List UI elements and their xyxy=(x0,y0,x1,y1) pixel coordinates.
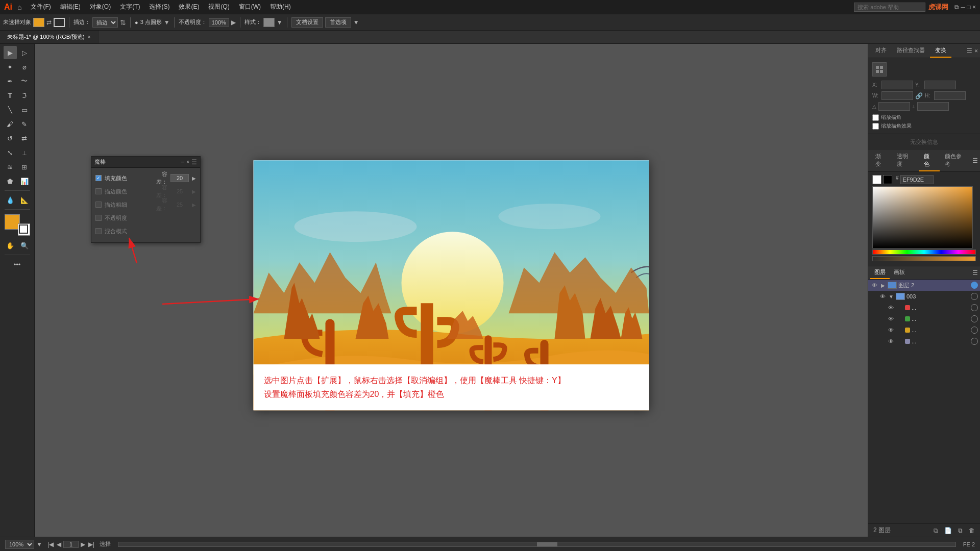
grid-icon[interactable] xyxy=(872,62,887,77)
stroke-color-checkbox[interactable] xyxy=(95,188,102,194)
tab-close-button[interactable]: × xyxy=(88,34,91,40)
eyedropper-tool[interactable]: 💧 xyxy=(4,193,17,207)
sub2-target[interactable] xyxy=(971,315,978,322)
right-panel-close[interactable]: × xyxy=(974,47,978,55)
shape-builder-tool[interactable]: ⬟ xyxy=(4,174,17,188)
hue-bar[interactable] xyxy=(872,249,976,255)
menu-effect[interactable]: 效果(E) xyxy=(175,2,203,12)
measure-tool[interactable]: 📐 xyxy=(18,193,31,207)
fill-stroke-icon[interactable]: ⇄ xyxy=(46,19,52,26)
page-input[interactable] xyxy=(63,541,79,548)
color-panel-menu[interactable]: ☰ xyxy=(972,157,978,164)
style-dropdown[interactable]: ▼ xyxy=(277,19,283,26)
layer-row-003[interactable]: 👁 ▼ 003 xyxy=(868,291,980,302)
fill-tolerance-input[interactable] xyxy=(170,174,189,182)
stroke-swatch[interactable] xyxy=(54,18,65,27)
tab-transparency[interactable]: 透明度 xyxy=(892,150,919,171)
more-tools-button[interactable]: ••• xyxy=(5,258,30,271)
sub4-target[interactable] xyxy=(971,338,978,345)
line-tool[interactable]: ╲ xyxy=(4,103,17,116)
home-icon[interactable]: ⌂ xyxy=(17,3,21,11)
shear-tool[interactable]: ⟂ xyxy=(18,146,31,159)
point-dropdown-icon[interactable]: ▼ xyxy=(164,19,170,26)
zoom-select[interactable]: 100% xyxy=(5,540,34,549)
hand-tool[interactable]: ✋ xyxy=(4,239,17,252)
w-input[interactable] xyxy=(881,91,913,100)
fill-expand-icon[interactable]: ▶ xyxy=(192,176,196,181)
free-transform-tool[interactable]: ⊞ xyxy=(18,160,31,173)
sub1-target[interactable] xyxy=(971,304,978,311)
opacity-arrow[interactable]: ▶ xyxy=(231,19,236,26)
lasso-tool[interactable]: ⌀ xyxy=(18,60,31,73)
stroke-width-checkbox[interactable] xyxy=(95,202,102,208)
layer-row-sub2[interactable]: 👁 ... xyxy=(868,313,980,324)
color-spectrum-canvas[interactable] xyxy=(872,186,973,248)
menu-select[interactable]: 选择(S) xyxy=(145,2,174,12)
right-panel-menu[interactable]: ☰ xyxy=(967,47,972,55)
status-scrollbar[interactable] xyxy=(118,542,956,547)
stroke-width-expand[interactable]: ▶ xyxy=(192,202,196,208)
sub3-vis[interactable]: 👁 xyxy=(887,327,895,333)
layers-menu-icon[interactable]: ☰ xyxy=(972,266,978,279)
chart-tool[interactable]: 📊 xyxy=(18,174,31,188)
sub2-vis[interactable]: 👁 xyxy=(887,316,895,322)
tab-layers[interactable]: 图层 xyxy=(870,266,890,279)
pen-tool[interactable]: ✒ xyxy=(4,74,17,88)
menu-edit[interactable]: 编辑(E) xyxy=(56,2,85,12)
sub3-target[interactable] xyxy=(971,327,978,334)
opacity-input[interactable] xyxy=(209,18,229,27)
blend-checkbox[interactable] xyxy=(95,228,102,234)
layer003-expand-icon[interactable]: ▼ xyxy=(888,294,894,299)
new-layer-btn[interactable]: 📄 xyxy=(942,526,954,535)
angle-input[interactable] xyxy=(878,102,910,111)
y-input[interactable] xyxy=(924,81,956,89)
next-page-btn[interactable]: ▶ xyxy=(80,541,86,548)
shear-input[interactable] xyxy=(917,102,949,111)
text-tool[interactable]: T xyxy=(4,89,17,102)
sub4-vis[interactable]: 👁 xyxy=(887,338,895,344)
layer2-target[interactable] xyxy=(971,282,978,289)
magic-panel-close[interactable]: × xyxy=(186,159,189,165)
blob-brush-tool[interactable]: ✎ xyxy=(18,117,31,131)
black-swatch[interactable] xyxy=(883,175,892,184)
magic-wand-tool[interactable]: ✦ xyxy=(4,60,17,73)
style-swatch[interactable] xyxy=(263,18,275,27)
menu-help[interactable]: 帮助(H) xyxy=(266,2,295,12)
opacity-checkbox[interactable] xyxy=(95,215,102,221)
stroke-expand-icon[interactable]: ▶ xyxy=(192,189,196,194)
tab-color-ref[interactable]: 颜色参考 xyxy=(940,150,972,171)
white-swatch[interactable] xyxy=(872,175,881,184)
tab-pathfinder[interactable]: 路径查找器 xyxy=(892,44,930,58)
alpha-bar[interactable] xyxy=(872,256,976,261)
scale-tool[interactable]: ⤡ xyxy=(4,146,17,159)
search-input[interactable] xyxy=(854,3,925,12)
first-page-btn[interactable]: |◀ xyxy=(46,541,55,548)
layer003-vis-icon[interactable]: 👁 xyxy=(878,293,887,299)
rect-tool[interactable]: ▭ xyxy=(18,103,31,116)
prev-page-btn[interactable]: ◀ xyxy=(56,541,62,548)
layer003-target[interactable] xyxy=(971,293,978,300)
reflect-tool[interactable]: ⇄ xyxy=(18,132,31,145)
tab-gradient[interactable]: 渐变 xyxy=(870,150,892,171)
lock-icon[interactable]: 🔗 xyxy=(915,92,923,99)
curvature-tool[interactable]: 〜 xyxy=(18,74,31,88)
menu-object[interactable]: 对象(O) xyxy=(86,2,115,12)
sub1-vis[interactable]: 👁 xyxy=(887,305,895,311)
h-input[interactable] xyxy=(934,91,966,100)
mode-arrows[interactable]: ⇅ xyxy=(120,18,126,27)
stroke-indicator[interactable] xyxy=(18,223,30,236)
layer-row-sub3[interactable]: 👁 ... xyxy=(868,324,980,336)
delete-layer-btn[interactable]: 🗑 xyxy=(967,526,977,535)
color-spectrum-container[interactable] xyxy=(872,186,972,247)
menu-text[interactable]: 文字(T) xyxy=(116,2,144,12)
hex-input[interactable] xyxy=(900,175,934,184)
layer-row-sub4[interactable]: 👁 ... xyxy=(868,336,980,347)
zoom-dropdown[interactable]: ▼ xyxy=(36,541,42,548)
layer-row-layer2[interactable]: 👁 ▶ 图层 2 xyxy=(868,280,980,291)
preferences-button[interactable]: 首选项 xyxy=(325,17,351,28)
magic-panel-minimize[interactable]: ─ xyxy=(181,159,184,165)
copy-layer-btn[interactable]: ⧉ xyxy=(956,526,965,535)
menu-view[interactable]: 视图(Q) xyxy=(204,2,233,12)
touch-type-tool[interactable]: ℑ xyxy=(18,89,31,102)
layer-row-sub1[interactable]: 👁 ... xyxy=(868,302,980,313)
